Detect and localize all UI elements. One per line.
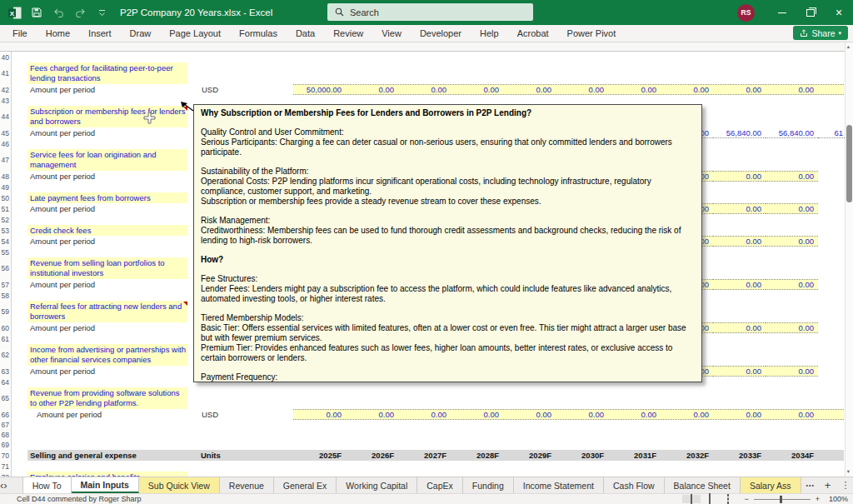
unit-cell-H66[interactable]: USD	[201, 409, 242, 420]
tab-overflow-button[interactable]: ⋮	[836, 477, 853, 493]
year-header-cell-2034F[interactable]: 2034F	[766, 450, 818, 461]
year-header-cell-2030F[interactable]: 2030F	[556, 450, 608, 461]
row-header-43[interactable]: 43	[0, 95, 12, 106]
search-input[interactable]: Search	[327, 3, 533, 21]
amount-label-cell-D66[interactable]: Amount per period	[27, 409, 187, 420]
sheet-tab-cash-flow[interactable]: Cash Flow	[604, 477, 665, 493]
sheet-tab-general-ex[interactable]: General Ex	[274, 477, 337, 493]
row-header-59[interactable]: 59	[0, 301, 12, 322]
value-cell-S60[interactable]: 0.00	[766, 322, 818, 333]
value-cell-Q42[interactable]: 0.00	[661, 84, 713, 95]
row-header-51[interactable]: 51	[0, 203, 12, 214]
value-cell-J66[interactable]: 0.00	[293, 409, 346, 420]
row-header-67[interactable]: 67	[0, 420, 12, 430]
value-cell-N42[interactable]: 0.00	[503, 84, 556, 95]
row-header-49[interactable]: 49	[0, 182, 12, 192]
row-label-cell-D65[interactable]: Revenue from providing software solution…	[27, 387, 187, 409]
year-header-cell-2029F[interactable]: 2029F	[503, 450, 556, 461]
row-header-70[interactable]: 70	[0, 450, 12, 461]
ribbon-tab-review[interactable]: Review	[324, 25, 372, 42]
row-header-54[interactable]: 54	[0, 236, 12, 247]
value-cell-O42[interactable]: 0.00	[556, 84, 608, 95]
vscroll-up-icon[interactable]: ▴	[845, 42, 852, 51]
row-header-56[interactable]: 56	[0, 257, 12, 279]
share-button[interactable]: Share ▾	[793, 26, 848, 40]
value-cell-S42[interactable]: 0.00	[766, 84, 818, 95]
value-cell-R48[interactable]: 0.00	[713, 171, 766, 182]
sheet-tab-how-to[interactable]: How To	[22, 477, 72, 493]
row-header-63[interactable]: 63	[0, 366, 12, 377]
value-cell-S54[interactable]: 0.00	[766, 236, 818, 247]
value-cell-R42[interactable]: 0.00	[713, 84, 766, 95]
value-cell-Q66[interactable]: 0.00	[661, 409, 713, 420]
value-cell-S45[interactable]: 56,840.00	[766, 127, 818, 138]
amount-label-cell-D63[interactable]: Amount per period	[27, 366, 187, 377]
row-header-69[interactable]: 69	[0, 440, 12, 450]
ribbon-tab-acrobat[interactable]: Acrobat	[508, 25, 558, 42]
row-header-47[interactable]: 47	[0, 149, 12, 171]
value-cell-R66[interactable]: 0.00	[713, 409, 766, 420]
ribbon-tab-developer[interactable]: Developer	[411, 25, 471, 42]
zoom-in-button[interactable]: +	[816, 495, 820, 503]
save-icon[interactable]	[30, 6, 43, 19]
row-header-41[interactable]: 41	[0, 62, 12, 84]
row-header-58[interactable]: 58	[0, 290, 12, 301]
amount-label-cell-D57[interactable]: Amount per period	[27, 279, 187, 290]
ribbon-tab-home[interactable]: Home	[37, 25, 79, 42]
value-cell-M66[interactable]: 0.00	[451, 409, 503, 420]
amount-label-cell-D45[interactable]: Amount per period	[27, 127, 187, 138]
value-cell-R63[interactable]: 0.00	[713, 366, 766, 377]
row-header-52[interactable]: 52	[0, 214, 12, 225]
row-label-cell-D56[interactable]: Revenue from selling loan portfolios to …	[27, 257, 187, 279]
row-label-cell-D53[interactable]: Credit check fees	[27, 225, 187, 236]
value-cell-P42[interactable]: 0.00	[608, 84, 661, 95]
page-layout-view-button[interactable]	[701, 495, 719, 503]
row-header-71[interactable]: 71	[0, 461, 12, 472]
value-cell-L42[interactable]: 0.00	[398, 84, 451, 95]
row-header-55[interactable]: 55	[0, 247, 12, 257]
row-header-68[interactable]: 68	[0, 430, 12, 440]
sheet-tab-income-statement[interactable]: Income Statement	[514, 477, 604, 493]
row-header-57[interactable]: 57	[0, 279, 12, 290]
value-cell-M42[interactable]: 0.00	[451, 84, 503, 95]
unit-cell-H42[interactable]: USD	[201, 84, 242, 95]
row-header-48[interactable]: 48	[0, 171, 12, 182]
normal-view-button[interactable]	[682, 495, 701, 503]
sheet-tab-capex[interactable]: CapEx	[417, 477, 463, 493]
account-avatar[interactable]: RS	[737, 4, 755, 22]
sheet-tab-main-inputs[interactable]: Main Inputs	[72, 477, 139, 493]
ribbon-tab-insert[interactable]: Insert	[79, 25, 121, 42]
row-header-53[interactable]: 53	[0, 225, 12, 236]
value-cell-S63[interactable]: 0.00	[766, 366, 818, 377]
ribbon-tab-data[interactable]: Data	[287, 25, 324, 42]
ribbon-tab-power-pivot[interactable]: Power Pivot	[558, 25, 626, 42]
row-label-cell-D41[interactable]: Fees charged for facilitating peer-to-pe…	[27, 62, 187, 84]
zoom-out-button[interactable]: −	[744, 495, 748, 503]
row-header-65[interactable]: 65	[0, 387, 12, 409]
year-header-cell-2026F[interactable]: 2026F	[346, 450, 398, 461]
value-cell-R45[interactable]: 56,840.00	[713, 127, 766, 138]
sheet-tab-working-capital[interactable]: Working Capital	[337, 477, 417, 493]
year-header-cell-2028F[interactable]: 2028F	[451, 450, 503, 461]
row-header-44[interactable]: 44	[0, 106, 12, 127]
value-cell-K42[interactable]: 0.00	[346, 84, 398, 95]
amount-label-cell-D51[interactable]: Amount per period	[27, 203, 187, 214]
value-cell-S57[interactable]: 0.00	[766, 279, 818, 290]
vscroll-down-icon[interactable]: ▾	[845, 467, 852, 476]
amount-label-cell-D60[interactable]: Amount per period	[27, 322, 187, 333]
value-cell-O66[interactable]: 0.00	[556, 409, 608, 420]
amount-label-cell-D42[interactable]: Amount per period	[27, 84, 187, 95]
value-cell-S51[interactable]: 0.00	[766, 203, 818, 214]
row-header-66[interactable]: 66	[0, 409, 12, 420]
page-break-view-button[interactable]	[719, 495, 737, 503]
sheet-tab-revenue[interactable]: Revenue	[220, 477, 274, 493]
value-cell-R51[interactable]: 0.00	[713, 203, 766, 214]
more-sheets-button[interactable]: •••	[801, 477, 820, 493]
row-label-cell-D59[interactable]: Referral fees for attracting new lenders…	[27, 301, 187, 322]
sheet-tab-sub-quick-view[interactable]: Sub Quick View	[139, 477, 220, 493]
restore-button[interactable]	[796, 0, 825, 25]
ribbon-tab-help[interactable]: Help	[471, 25, 508, 42]
row-label-cell-D44[interactable]: Subscription or membership fees for lend…	[27, 106, 187, 127]
year-header-cell-2033F[interactable]: 2033F	[713, 450, 766, 461]
ribbon-tab-draw[interactable]: Draw	[121, 25, 161, 42]
